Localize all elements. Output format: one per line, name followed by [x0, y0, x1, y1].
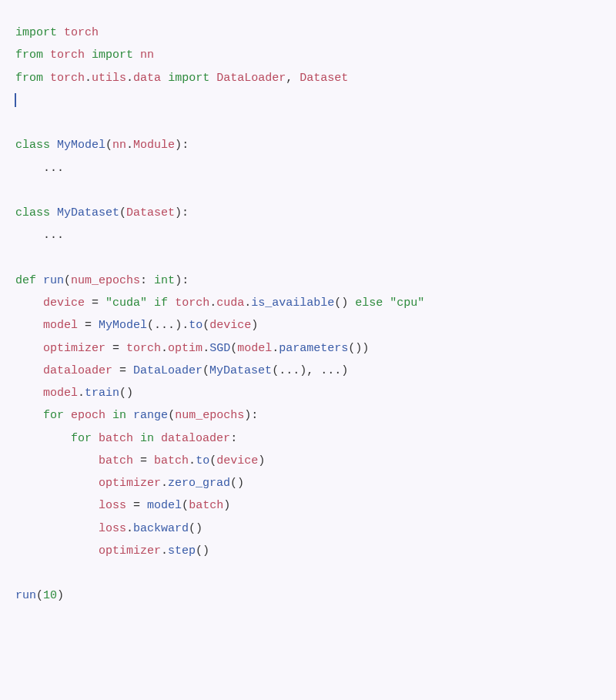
code-token: if [154, 296, 168, 310]
code-token: ) [251, 319, 258, 332]
code-token: ( [348, 342, 355, 355]
code-token: , [286, 72, 293, 85]
code-token: ( [203, 364, 209, 377]
code-token: : [182, 274, 189, 287]
code-token: . [272, 342, 279, 355]
code-token [383, 296, 390, 310]
code-token [105, 409, 112, 422]
code-token: def [15, 274, 36, 287]
code-token: model [43, 319, 78, 332]
code-token [50, 139, 57, 152]
code-token: nn [140, 49, 154, 62]
code-token: ) [362, 342, 369, 355]
code-token: to [196, 454, 209, 467]
code-token [99, 296, 105, 310]
code-token: class [15, 139, 50, 152]
code-token: ( [168, 409, 175, 422]
code-token: "cuda" [105, 296, 147, 310]
code-token: ( [230, 342, 237, 355]
code-line: from torch import nn [15, 44, 601, 66]
code-token [147, 274, 154, 287]
code-token [133, 432, 140, 445]
code-token: . [161, 342, 168, 355]
code-token: : [251, 409, 258, 422]
code-token: = [85, 319, 92, 332]
code-token: ( [147, 319, 154, 332]
code-token: : [230, 432, 237, 445]
code-token: num_epochs [71, 274, 140, 287]
code-token: ( [119, 206, 126, 219]
code-token: for [43, 409, 64, 422]
code-token: . [126, 139, 133, 152]
code-token: data [133, 72, 161, 85]
code-token: ( [230, 477, 237, 490]
code-token: batch [189, 499, 223, 512]
code-line: optimizer.step() [15, 540, 601, 562]
code-token: utils [92, 72, 126, 85]
code-token: dataloader [161, 432, 230, 445]
code-line: import torch [15, 22, 601, 44]
code-token: DataLoader [216, 72, 286, 85]
code-token [140, 499, 147, 512]
code-token: ( [36, 589, 43, 602]
code-token: ... [279, 364, 300, 377]
code-token: MyModel [99, 319, 147, 332]
code-token [112, 364, 119, 377]
code-token: ( [119, 387, 126, 400]
code-line: optimizer = torch.optim.SGD(model.parame… [15, 337, 601, 360]
code-line: dataloader = DataLoader(MyDataset(...), … [15, 360, 601, 382]
code-token [64, 409, 71, 422]
code-token: step [168, 544, 196, 558]
code-token: import [168, 72, 209, 85]
code-token [313, 364, 320, 377]
code-token: parameters [279, 342, 348, 355]
code-line [15, 89, 601, 112]
code-token: in [112, 409, 126, 422]
code-token [57, 26, 64, 39]
code-token: . [209, 296, 216, 310]
code-line: model = MyModel(...).to(device) [15, 314, 601, 337]
code-token: ( [64, 274, 71, 287]
code-token: ( [196, 544, 203, 558]
code-token: DataLoader [133, 364, 203, 377]
code-token: . [161, 477, 168, 490]
code-token [50, 206, 57, 219]
code-token: loss [99, 499, 126, 512]
code-token: MyModel [57, 139, 105, 152]
code-token: . [85, 72, 92, 85]
code-token: . [244, 296, 251, 310]
code-token: device [209, 319, 251, 332]
code-token: Dataset [300, 72, 348, 85]
code-token: from [15, 72, 43, 85]
code-token: ... [154, 319, 175, 332]
code-line: loss.backward() [15, 517, 601, 540]
code-token: ( [209, 454, 216, 467]
code-line [15, 247, 601, 270]
code-token: ) [341, 364, 348, 377]
code-token: ) [355, 342, 362, 355]
code-token: 10 [43, 589, 57, 602]
code-token [36, 274, 43, 287]
code-token: MyDataset [209, 364, 272, 377]
code-token: optimizer [43, 342, 105, 355]
code-token: optimizer [99, 477, 161, 490]
code-token: ... [43, 162, 64, 175]
code-token: num_epochs [175, 409, 244, 422]
code-token [161, 72, 168, 85]
code-token: zero_grad [168, 477, 230, 490]
code-line: for epoch in range(num_epochs): [15, 404, 601, 427]
code-line: class MyDataset(Dataset): [15, 202, 601, 224]
code-line: batch = batch.to(device) [15, 450, 601, 472]
code-token: , [306, 364, 313, 377]
code-token [209, 72, 216, 85]
code-token [119, 342, 126, 355]
code-token [147, 454, 154, 467]
code-token [126, 409, 133, 422]
code-editor[interactable]: import torchfrom torch import nnfrom tor… [15, 22, 601, 608]
code-token: import [92, 49, 133, 62]
code-token: loss [99, 522, 126, 535]
code-token: model [237, 342, 272, 355]
code-token: dataloader [43, 364, 112, 377]
code-token: optimizer [99, 544, 161, 558]
code-token: ... [43, 229, 64, 242]
